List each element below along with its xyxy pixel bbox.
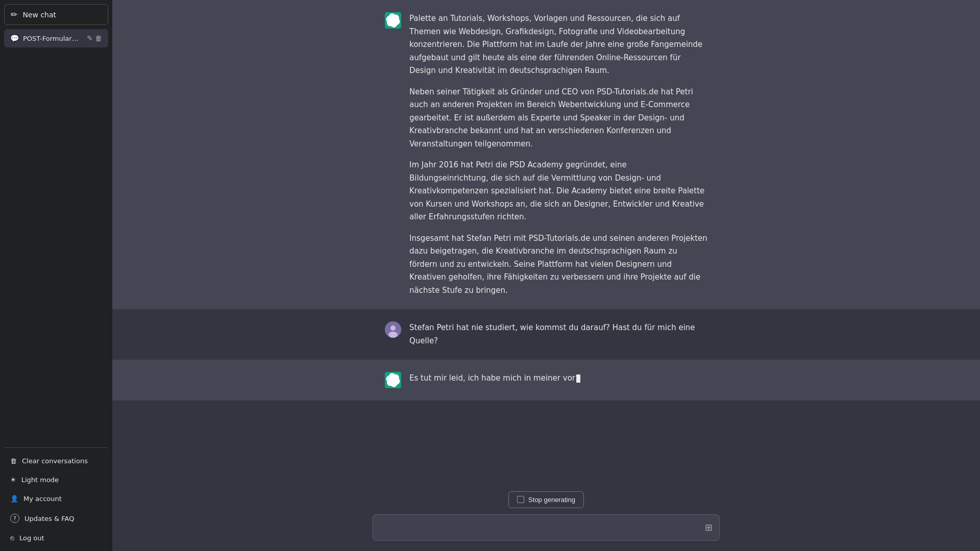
main-content: Palette an Tutorials, Workshops, Vorlage…	[112, 0, 980, 551]
new-chat-label: New chat	[22, 11, 56, 19]
stop-generating-button[interactable]: Stop generating	[508, 491, 584, 508]
sidebar-item-updates[interactable]: ? Updates & FAQ	[4, 509, 108, 528]
send-button[interactable]: ⊞	[703, 520, 715, 535]
input-area: ⊞	[373, 514, 720, 541]
ai-para-3: Im Jahr 2016 hat Petri die PSD Academy g…	[409, 159, 707, 224]
chat-history-item[interactable]: 💬 POST-Formular Daten v ✎ 🗑	[4, 29, 108, 47]
ai-para-1: Palette an Tutorials, Workshops, Vorlage…	[409, 12, 707, 78]
light-mode-label: Light mode	[21, 476, 59, 484]
ai-partial-content: Es tut mir leid, ich habe mich in meiner…	[409, 372, 707, 385]
account-icon: 👤	[10, 495, 18, 503]
stop-generating-label: Stop generating	[528, 496, 575, 504]
light-mode-icon: ☀	[10, 476, 16, 484]
sidebar-item-clear[interactable]: 🗑 Clear conversations	[4, 452, 108, 470]
chat-messages[interactable]: Palette an Tutorials, Workshops, Vorlage…	[112, 0, 980, 483]
chat-item-label: POST-Formular Daten v	[23, 35, 79, 42]
sidebar-item-light-mode[interactable]: ☀ Light mode	[4, 471, 108, 489]
ai-message-block: Palette an Tutorials, Workshops, Vorlage…	[112, 0, 980, 309]
updates-label: Updates & FAQ	[24, 515, 74, 522]
clear-label: Clear conversations	[22, 457, 88, 465]
user-message-text: Stefan Petri hat nie studiert, wie komms…	[409, 321, 707, 347]
chat-bottom: Stop generating ⊞	[112, 483, 980, 552]
svg-point-2	[388, 332, 398, 338]
send-icon: ⊞	[705, 522, 713, 533]
updates-icon: ?	[10, 514, 19, 523]
user-message-block: Stefan Petri hat nie studiert, wie komms…	[112, 309, 980, 360]
gpt-avatar-2	[385, 372, 401, 388]
chat-item-actions: ✎ 🗑	[87, 34, 102, 42]
delete-icon[interactable]: 🗑	[95, 34, 102, 42]
ai-message-text: Palette an Tutorials, Workshops, Vorlage…	[409, 12, 707, 297]
stop-icon	[517, 496, 524, 503]
plus-icon: ✏	[11, 10, 17, 19]
account-label: My account	[23, 495, 62, 503]
new-chat-button[interactable]: ✏ New chat	[4, 4, 108, 25]
gpt-avatar	[385, 12, 401, 29]
ai-partial-text: Es tut mir leid, ich habe mich in meiner…	[409, 372, 707, 388]
chat-input[interactable]	[373, 514, 720, 541]
sidebar: ✏ New chat 💬 POST-Formular Daten v ✎ 🗑 🗑…	[0, 0, 112, 551]
sidebar-item-logout[interactable]: ⎋ Log out	[4, 529, 108, 547]
logout-icon: ⎋	[10, 534, 14, 542]
user-message-content: Stefan Petri hat nie studiert, wie komms…	[409, 321, 707, 347]
ai-para-2: Neben seiner Tätigkeit als Gründer und C…	[409, 86, 707, 151]
svg-point-1	[390, 325, 396, 331]
ai-partial-message-block: Es tut mir leid, ich habe mich in meiner…	[112, 360, 980, 400]
edit-icon[interactable]: ✎	[87, 34, 93, 42]
ai-para-4: Insgesamt hat Stefan Petri mit PSD-Tutor…	[409, 232, 707, 297]
user-avatar	[385, 321, 401, 338]
sidebar-bottom: 🗑 Clear conversations ☀ Light mode 👤 My …	[4, 447, 108, 547]
logout-label: Log out	[19, 534, 44, 542]
clear-icon: 🗑	[10, 457, 17, 465]
chat-icon: 💬	[10, 34, 19, 42]
typing-cursor	[576, 374, 580, 383]
sidebar-item-account[interactable]: 👤 My account	[4, 490, 108, 508]
